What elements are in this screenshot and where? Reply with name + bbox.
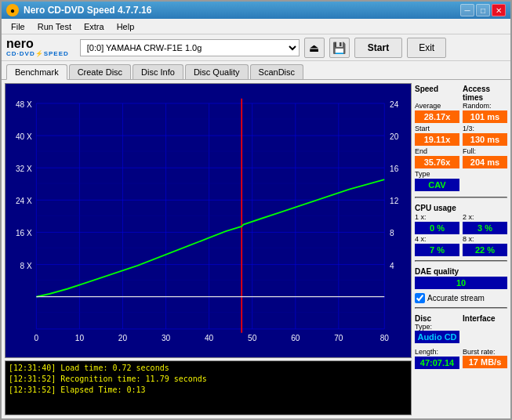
exit-button[interactable]: Exit [407, 38, 446, 58]
full-value: 204 ms [463, 156, 507, 168]
maximize-button[interactable]: □ [476, 4, 490, 16]
svg-text:12: 12 [390, 196, 398, 206]
dae-value: 10 [415, 277, 507, 289]
right-panel: Speed Access times Average 28.17x Random… [415, 83, 507, 415]
accurate-stream-label: Accurate stream [427, 294, 485, 302]
disc-section-label: Disc [415, 314, 459, 323]
svg-text:8: 8 [390, 228, 394, 238]
title-bar: ● Nero CD-DVD Speed 4.7.7.16 ─ □ ✕ [2, 2, 510, 19]
speed-label: Speed [415, 85, 459, 93]
cpu-8x-label: 8 x: [463, 235, 507, 243]
chart-container: 48 X 40 X 32 X 24 X 16 X 8 X 24 20 16 12… [5, 83, 412, 358]
cpu-section: CPU usage 1 x: 0 % 2 x: 3 % 4 x: 7 % [415, 202, 507, 256]
cpu-label: CPU usage [415, 204, 507, 212]
full-label: Full: [463, 147, 507, 155]
disc-length-value: 47:07.14 [415, 357, 459, 369]
cpu-4x-label: 4 x: [415, 235, 459, 243]
tab-benchmark[interactable]: Benchmark [6, 64, 67, 80]
menu-run-test[interactable]: Run Test [31, 20, 78, 33]
svg-text:50: 50 [248, 332, 256, 342]
chart-svg: 48 X 40 X 32 X 24 X 16 X 8 X 24 20 16 12… [5, 84, 411, 357]
cpu-1x-label: 1 x: [415, 213, 459, 221]
svg-rect-0 [5, 84, 411, 357]
onethird-label: 1/3: [463, 125, 507, 132]
main-content: 48 X 40 X 32 X 24 X 16 X 8 X 24 20 16 12… [2, 80, 510, 418]
nero-logo: nero CD·DVD⚡SPEED [6, 38, 69, 57]
window-controls: ─ □ ✕ [460, 4, 506, 16]
nero-logo-subtitle: CD·DVD⚡SPEED [6, 50, 69, 57]
end-value: 35.76x [415, 156, 459, 168]
svg-text:20: 20 [118, 332, 127, 342]
type-value: CAV [415, 179, 459, 191]
svg-text:10: 10 [75, 332, 84, 342]
svg-text:24: 24 [390, 99, 398, 109]
svg-text:32 X: 32 X [16, 164, 32, 174]
burst-label: Burst rate: [463, 348, 507, 356]
svg-text:80: 80 [380, 332, 389, 342]
log-line-1: [12:31:40] Load time: 0.72 seconds [9, 363, 408, 374]
svg-text:16: 16 [390, 164, 398, 174]
close-button[interactable]: ✕ [492, 4, 506, 16]
cpu-1x-value: 0 % [415, 222, 459, 234]
svg-text:30: 30 [162, 332, 170, 342]
svg-text:0: 0 [34, 332, 39, 342]
menu-bar: File Run Test Extra Help [2, 19, 510, 34]
svg-text:24 X: 24 X [16, 196, 32, 206]
window-title: Nero CD-DVD Speed 4.7.7.16 [24, 5, 460, 16]
tab-disc-info[interactable]: Disc Info [133, 64, 183, 79]
onethird-value: 130 ms [463, 133, 507, 146]
tab-bar: Benchmark Create Disc Disc Info Disc Qua… [2, 61, 510, 80]
svg-text:16 X: 16 X [16, 228, 32, 238]
end-label: End [415, 147, 459, 155]
access-times-label: Access times [463, 85, 507, 102]
interface-label: Interface [463, 314, 507, 323]
dae-section: DAE quality 10 [415, 266, 507, 289]
drive-selector[interactable]: [0:0] YAMAHA CRW-F1E 1.0g [80, 39, 300, 56]
average-value: 28.17x [415, 110, 459, 123]
start-label: Start [415, 125, 459, 132]
cpu-2x-value: 3 % [463, 222, 507, 234]
svg-text:70: 70 [334, 332, 343, 342]
toolbar: nero CD·DVD⚡SPEED [0:0] YAMAHA CRW-F1E 1… [2, 34, 510, 61]
log-line-3: [12:31:52] Elapsed Time: 0:13 [9, 385, 408, 396]
accurate-stream-checkbox[interactable] [415, 293, 425, 303]
menu-help[interactable]: Help [111, 20, 141, 33]
speed-section: Speed Access times Average 28.17x Random… [415, 83, 507, 191]
average-label: Average [415, 102, 459, 110]
save-button[interactable]: 💾 [329, 38, 350, 58]
log-line-2: [12:31:52] Recognition time: 11.79 secon… [9, 374, 408, 385]
main-window: ● Nero CD-DVD Speed 4.7.7.16 ─ □ ✕ File … [0, 0, 512, 420]
start-value: 19.11x [415, 133, 459, 146]
tab-scan-disc[interactable]: ScanDisc [250, 64, 303, 79]
random-label: Random: [463, 102, 507, 110]
log-area[interactable]: [12:31:40] Load time: 0.72 seconds [12:3… [5, 360, 412, 415]
svg-text:48 X: 48 X [16, 99, 32, 109]
tab-create-disc[interactable]: Create Disc [69, 64, 131, 79]
tab-disc-quality[interactable]: Disc Quality [185, 64, 249, 79]
dae-label: DAE quality [415, 267, 507, 276]
accurate-stream-row: Accurate stream [415, 293, 507, 303]
eject-button[interactable]: ⏏ [304, 38, 325, 58]
menu-extra[interactable]: Extra [78, 20, 111, 33]
disc-type-label: Type: [415, 323, 459, 331]
disc-type-value: Audio CD [415, 331, 459, 343]
svg-text:60: 60 [291, 332, 300, 342]
type-label: Type [415, 170, 459, 178]
burst-value: 17 MB/s [463, 356, 507, 368]
disc-section: Disc Type: Audio CD Interface Length: 47… [415, 313, 507, 369]
minimize-button[interactable]: ─ [460, 4, 474, 16]
start-button[interactable]: Start [354, 38, 402, 58]
cpu-8x-value: 22 % [463, 244, 507, 256]
svg-text:4: 4 [390, 260, 394, 270]
svg-text:40: 40 [205, 332, 213, 342]
menu-file[interactable]: File [5, 20, 31, 33]
svg-text:40 X: 40 X [16, 132, 32, 142]
disc-length-label: Length: [415, 348, 459, 356]
chart-area: 48 X 40 X 32 X 24 X 16 X 8 X 24 20 16 12… [5, 84, 411, 357]
app-icon: ● [6, 4, 19, 16]
nero-logo-text: nero [6, 38, 69, 50]
cpu-4x-value: 7 % [415, 244, 459, 256]
cpu-2x-label: 2 x: [463, 213, 507, 221]
random-value: 101 ms [463, 110, 507, 123]
svg-text:20: 20 [390, 132, 398, 142]
